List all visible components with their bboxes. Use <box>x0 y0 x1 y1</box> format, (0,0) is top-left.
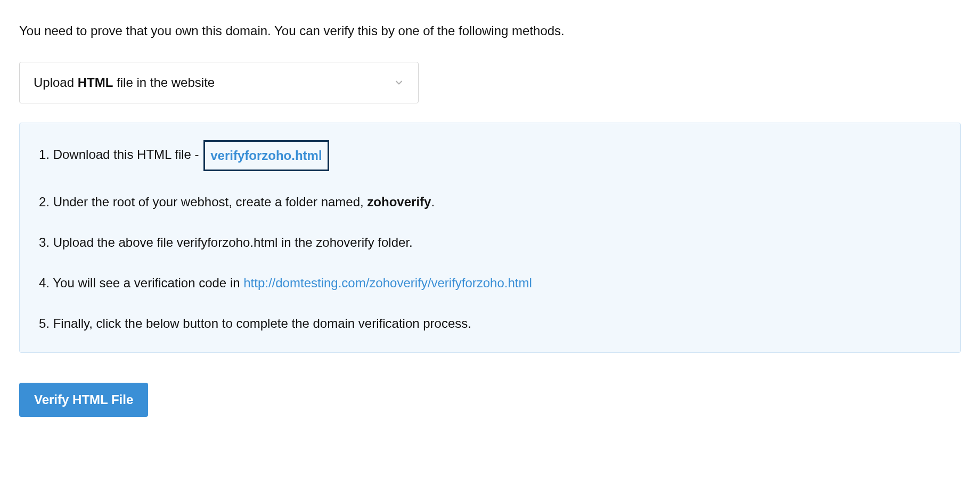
instructions-panel: 1. Download this HTML file - verifyforzo… <box>19 123 961 353</box>
dropdown-label-bold: HTML <box>78 75 113 90</box>
step-3: 3. Upload the above file verifyforzoho.h… <box>39 233 941 252</box>
step-1: 1. Download this HTML file - verifyforzo… <box>39 140 941 171</box>
step-2-prefix: 2. Under the root of your webhost, creat… <box>39 195 367 209</box>
step-1-text: 1. Download this HTML file - <box>39 147 202 162</box>
step-2-folder-name: zohoverify <box>367 195 431 209</box>
dropdown-label-prefix: Upload <box>34 75 78 90</box>
dropdown-selected-label: Upload HTML file in the website <box>34 73 215 92</box>
verification-method-dropdown[interactable]: Upload HTML file in the website <box>19 62 419 103</box>
intro-text: You need to prove that you own this doma… <box>19 21 961 41</box>
step-2-suffix: . <box>431 195 435 209</box>
verification-url-link[interactable]: http://domtesting.com/zohoverify/verifyf… <box>243 276 532 290</box>
step-4: 4. You will see a verification code in h… <box>39 273 941 293</box>
step-4-prefix: 4. You will see a verification code in <box>39 276 243 290</box>
download-file-link[interactable]: verifyforzoho.html <box>203 140 329 171</box>
verify-html-file-button[interactable]: Verify HTML File <box>19 383 148 417</box>
dropdown-label-suffix: file in the website <box>113 75 215 90</box>
chevron-down-icon <box>394 77 404 88</box>
step-2: 2. Under the root of your webhost, creat… <box>39 192 941 212</box>
step-5: 5. Finally, click the below button to co… <box>39 314 941 333</box>
